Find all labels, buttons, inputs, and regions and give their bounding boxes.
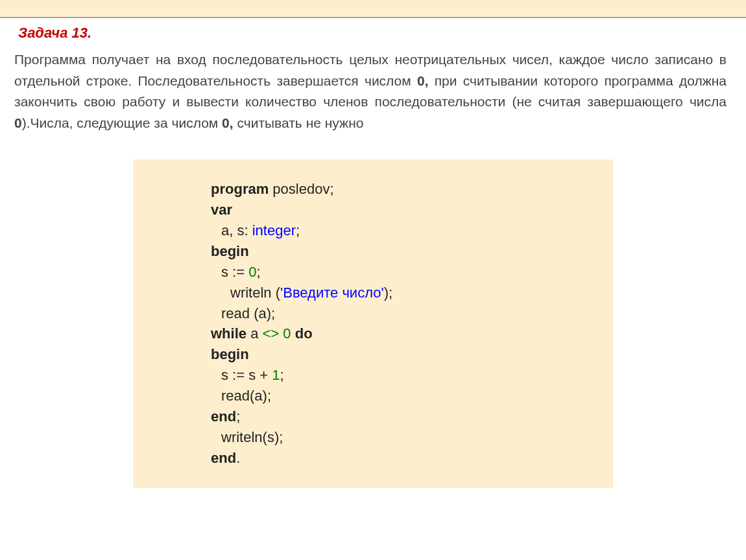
code-line: while a <> 0 do: [211, 323, 613, 344]
top-band: [0, 0, 746, 18]
code-text: read(a);: [221, 388, 271, 404]
code-text: ;: [236, 408, 240, 425]
code-line: s := 0;: [211, 262, 613, 283]
code-line: program posledov;: [211, 179, 613, 200]
string: 'Введите число': [280, 285, 384, 301]
code-line: end.: [211, 448, 613, 469]
number: 0: [248, 264, 256, 280]
code-text: writeln(s);: [221, 429, 283, 445]
code-text: ;: [296, 222, 300, 239]
code-text: a: [247, 325, 262, 342]
code-text: posledov;: [269, 181, 333, 197]
code-line: writeln ('Введите число');: [211, 283, 613, 303]
code-line: a, s: integer;: [211, 220, 613, 241]
code-text: writeln (: [230, 285, 280, 301]
desc-bold: 0,: [222, 115, 234, 130]
task-description: Программа получает на вход последователь…: [0, 47, 746, 134]
code-text: s :=: [221, 264, 248, 280]
task-title: Задача 13.: [0, 18, 746, 47]
code-line: begin: [211, 241, 613, 262]
code-text: read (a);: [221, 305, 275, 321]
keyword: begin: [211, 346, 249, 362]
code-text: ;: [256, 264, 260, 280]
keyword: do: [295, 325, 313, 342]
code-text: );: [384, 285, 392, 301]
code-line: s := s + 1;: [211, 365, 613, 386]
keyword: end: [211, 408, 236, 425]
code-text: a, s:: [221, 222, 252, 239]
code-line: var: [211, 200, 613, 220]
keyword: program: [211, 181, 269, 197]
code-text: s := s +: [221, 367, 272, 383]
code-line: writeln(s);: [211, 427, 613, 448]
number: 0: [283, 325, 291, 342]
desc-text: считывать не нужно: [234, 115, 364, 130]
type: integer: [252, 222, 296, 239]
code-line: end;: [211, 406, 613, 427]
number: 1: [272, 367, 280, 383]
code-text: .: [236, 450, 240, 466]
code-line: read(a);: [211, 386, 613, 406]
desc-bold: 0: [14, 115, 22, 130]
code-line: begin: [211, 344, 613, 365]
keyword: var: [211, 202, 232, 218]
desc-text: ).Числа, следующие за числом: [22, 115, 222, 130]
code-line: read (a);: [211, 303, 613, 324]
operator: <>: [262, 325, 279, 342]
code-block: program posledov; var a, s: integer; beg…: [133, 159, 613, 487]
code-text: ;: [280, 367, 284, 383]
desc-bold: 0,: [417, 73, 429, 88]
keyword: while: [211, 325, 247, 342]
keyword: end: [211, 450, 236, 466]
keyword: begin: [211, 243, 249, 259]
